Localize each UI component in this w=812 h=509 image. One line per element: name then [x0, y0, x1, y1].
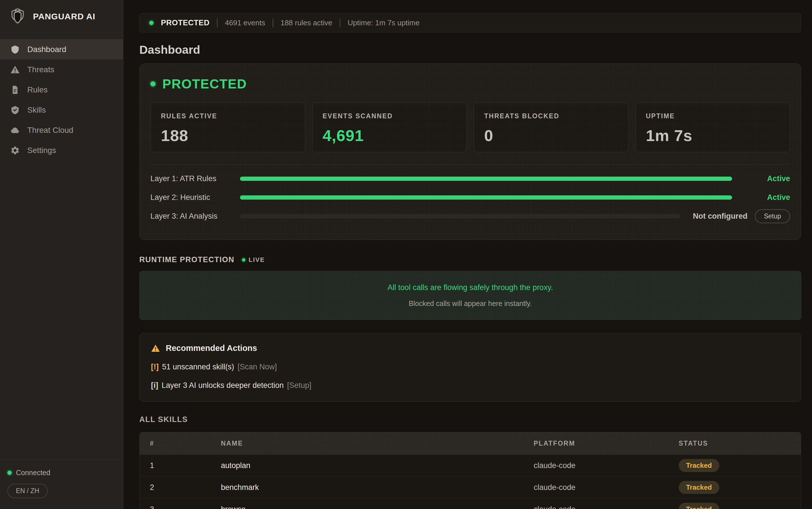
events-count: 4691 events — [217, 19, 265, 27]
stat-label: EVENTS SCANNED — [323, 112, 457, 120]
skills-table-header: # NAME PLATFORM STATUS — [140, 432, 801, 454]
stat-label: UPTIME — [646, 112, 780, 120]
column-header-status: STATUS — [679, 440, 791, 447]
layer-progress-bar — [240, 177, 732, 181]
skill-platform: claude-code — [534, 461, 679, 470]
sidebar-item-skills[interactable]: Skills — [0, 100, 123, 120]
stat-card-events-scanned: EVENTS SCANNED 4,691 — [312, 102, 467, 152]
all-skills-heading: ALL SKILLS — [139, 415, 801, 424]
runtime-protection-heading: RUNTIME PROTECTION LIVE — [139, 256, 801, 264]
layer-progress-bar — [240, 214, 680, 218]
sidebar-item-settings[interactable]: Settings — [0, 140, 123, 160]
recommendation-text: Layer 3 AI unlocks deeper detection — [162, 381, 283, 389]
document-icon — [10, 85, 20, 95]
stat-value: 188 — [161, 126, 295, 145]
skill-index: 1 — [150, 461, 221, 470]
stat-value: 1m 7s — [646, 126, 780, 145]
table-row: 2 benchmark claude-code Tracked — [140, 476, 801, 498]
sidebar-item-dashboard[interactable]: Dashboard — [0, 39, 123, 60]
sidebar-item-label: Dashboard — [27, 45, 66, 54]
protected-dot-icon — [150, 81, 155, 87]
recommendation-text: 51 unscanned skill(s) — [162, 363, 234, 371]
skill-index: 2 — [150, 483, 221, 492]
sidebar-item-threats[interactable]: Threats — [0, 60, 123, 80]
layer-setup-button[interactable]: Setup — [755, 209, 790, 223]
column-header-platform: PLATFORM — [534, 440, 679, 447]
live-label: LIVE — [249, 256, 265, 264]
layer-row-heuristic: Layer 2: Heuristic Active — [150, 188, 790, 207]
cloud-icon — [10, 126, 20, 135]
runtime-protection-title: RUNTIME PROTECTION — [139, 256, 235, 264]
panguard-logo-icon — [8, 7, 27, 26]
layer-progress-bar — [240, 195, 732, 200]
info-prefix: [i] — [151, 381, 158, 389]
runtime-message-secondary: Blocked calls will appear here instantly… — [409, 299, 532, 308]
language-toggle-button[interactable]: EN / ZH — [7, 484, 48, 498]
column-header-name: NAME — [221, 440, 534, 447]
skill-platform: claude-code — [534, 505, 679, 509]
status-badge: Tracked — [679, 503, 719, 509]
skill-name: browse — [221, 505, 534, 509]
protection-status: PROTECTED — [161, 19, 210, 27]
app-root: PANGUARD AI Dashboard Threats Rules — [0, 0, 812, 509]
stat-card-rules-active: RULES ACTIVE 188 — [150, 102, 305, 152]
stat-value: 4,691 — [323, 126, 457, 145]
protection-overview-card: PROTECTED RULES ACTIVE 188 EVENTS SCANNE… — [139, 63, 801, 240]
layer-status-text: Active — [767, 193, 790, 202]
protection-status-heading: PROTECTED — [150, 76, 790, 92]
main-content: PROTECTED 4691 events 188 rules active U… — [123, 0, 812, 509]
connected-dot-icon — [7, 471, 12, 475]
recommendation-unscanned-skills: [!]51 unscanned skill(s)[Scan Now] — [151, 363, 789, 371]
table-row: 1 autoplan claude-code Tracked — [140, 454, 801, 476]
skill-name: benchmark — [221, 483, 534, 492]
sidebar-item-threat-cloud[interactable]: Threat Cloud — [0, 120, 123, 140]
sidebar-nav: Dashboard Threats Rules Skills — [0, 33, 123, 167]
sidebar-item-label: Threat Cloud — [27, 126, 73, 135]
app-title: PANGUARD AI — [33, 12, 95, 21]
sidebar-footer: Connected EN / ZH — [0, 459, 123, 509]
setup-link[interactable]: [Setup] — [287, 381, 312, 389]
runtime-protection-panel: All tool calls are flowing safely throug… — [139, 271, 801, 320]
status-badge: Tracked — [679, 459, 719, 472]
status-badge: Tracked — [679, 481, 719, 494]
runtime-message-primary: All tool calls are flowing safely throug… — [388, 283, 553, 292]
protection-layers: Layer 1: ATR Rules Active Layer 2: Heuri… — [150, 169, 790, 226]
recommended-actions-card: Recommended Actions [!]51 unscanned skil… — [139, 333, 801, 402]
rules-active-count: 188 rules active — [273, 19, 332, 27]
skill-index: 3 — [150, 505, 221, 509]
skills-table: # NAME PLATFORM STATUS 1 autoplan claude… — [139, 432, 801, 509]
sidebar-item-label: Skills — [27, 105, 46, 114]
live-dot-icon — [242, 258, 245, 262]
sidebar-item-rules[interactable]: Rules — [0, 80, 123, 100]
layer-status-text: Active — [767, 174, 790, 183]
layer-row-ai-analysis: Layer 3: AI Analysis Not configured Setu… — [150, 207, 790, 226]
sidebar-item-label: Settings — [27, 146, 56, 155]
connection-status: Connected — [7, 469, 116, 477]
stat-label: RULES ACTIVE — [161, 112, 295, 120]
sidebar: PANGUARD AI Dashboard Threats Rules — [0, 0, 123, 509]
recommended-actions-heading: Recommended Actions — [151, 343, 789, 353]
warning-triangle-icon — [151, 344, 160, 353]
layer-row-atr-rules: Layer 1: ATR Rules Active — [150, 169, 790, 188]
table-row: 3 browse claude-code Tracked — [140, 498, 801, 509]
scan-now-link[interactable]: [Scan Now] — [238, 363, 277, 371]
app-logo: PANGUARD AI — [0, 0, 123, 33]
warning-icon — [10, 65, 20, 74]
recommended-actions-title: Recommended Actions — [166, 343, 257, 353]
top-status-bar: PROTECTED 4691 events 188 rules active U… — [139, 13, 801, 32]
column-header-index: # — [150, 440, 221, 447]
layer-status-text: Not configured — [693, 212, 747, 220]
layer-label: Layer 3: AI Analysis — [150, 212, 240, 220]
connection-status-label: Connected — [16, 469, 50, 477]
layer-label: Layer 1: ATR Rules — [150, 174, 240, 183]
uptime-readout: Uptime: 1m 7s uptime — [340, 19, 420, 27]
warning-prefix: [!] — [151, 363, 158, 371]
stat-value: 0 — [484, 126, 618, 145]
stat-card-uptime: UPTIME 1m 7s — [635, 102, 790, 152]
sidebar-item-label: Rules — [27, 85, 48, 94]
protected-label: PROTECTED — [162, 76, 247, 92]
stat-label: THREATS BLOCKED — [484, 112, 618, 120]
recommendation-layer3-ai: [i]Layer 3 AI unlocks deeper detection[S… — [151, 381, 789, 390]
live-indicator: LIVE — [242, 256, 265, 264]
page-title: Dashboard — [139, 43, 801, 57]
